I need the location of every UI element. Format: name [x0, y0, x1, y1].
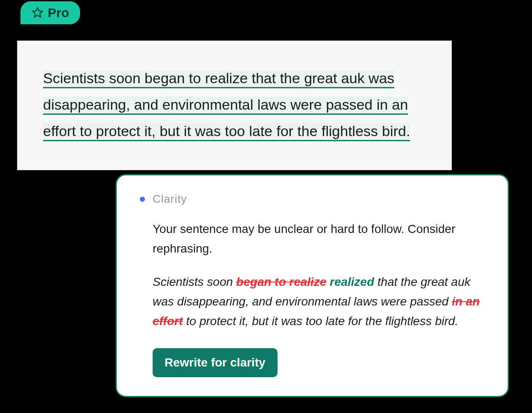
suggestion-type-label: Clarity: [153, 192, 187, 206]
sample-text: Scientists soon: [153, 275, 236, 288]
pro-badge: Pro: [20, 1, 80, 24]
star-icon: [32, 7, 43, 19]
pro-label: Pro: [48, 6, 69, 20]
strike-text: began to realize: [236, 275, 327, 288]
editor-card[interactable]: Scientists soon began to realize that th…: [17, 41, 452, 170]
insert-text: realized: [330, 275, 374, 288]
rewrite-button[interactable]: Rewrite for clarity: [153, 348, 278, 377]
editor-text[interactable]: Scientists soon began to realize that th…: [43, 65, 426, 144]
sample-text: to protect it, but it was too late for t…: [183, 314, 458, 328]
suggestion-header: Clarity: [140, 192, 485, 206]
suggestion-card: Clarity Your sentence may be unclear or …: [116, 174, 509, 397]
highlighted-sentence[interactable]: Scientists soon began to realize that th…: [43, 70, 410, 141]
suggestion-type-dot: [140, 197, 145, 202]
suggestion-description: Your sentence may be unclear or hard to …: [153, 219, 485, 259]
suggestion-sample: Scientists soon began to realize realize…: [153, 272, 485, 331]
